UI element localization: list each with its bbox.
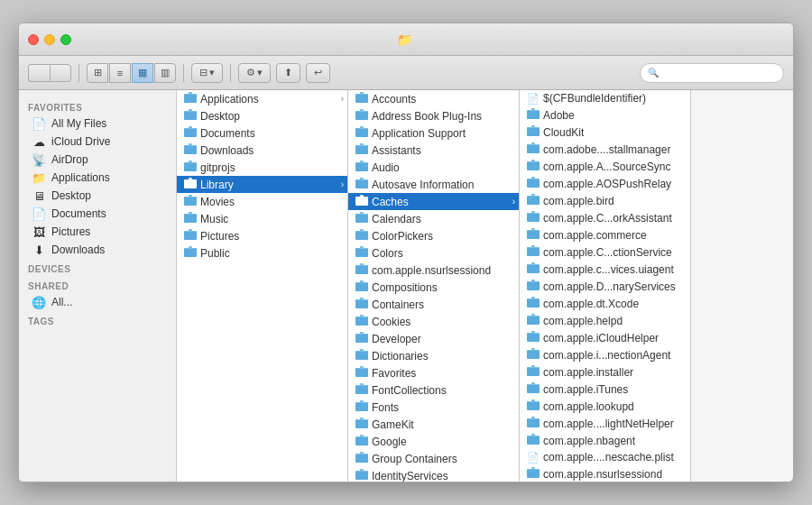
view-list-button[interactable]: ≡ (109, 63, 131, 83)
list-item[interactable]: Library› (177, 176, 347, 193)
list-item[interactable]: com.apple.C...orkAssistant (520, 209, 690, 226)
action-arrow: ▾ (257, 67, 263, 78)
list-item[interactable]: Assistants (348, 142, 519, 159)
list-item[interactable]: Desktop (177, 107, 347, 124)
folder-icon (184, 229, 197, 243)
list-item[interactable]: com.apple.nbagent (520, 432, 690, 449)
list-item[interactable]: Developer (348, 330, 519, 347)
list-item[interactable]: com.adobe....stallmanager (520, 141, 690, 158)
list-item[interactable]: Applications› (177, 90, 347, 107)
list-item[interactable]: Application Support (348, 124, 519, 142)
sidebar-item-pictures[interactable]: 🖼Pictures (23, 223, 172, 241)
list-item[interactable]: FontCollections (348, 381, 519, 399)
sidebar-item-applications[interactable]: 📁Applications (23, 169, 172, 187)
list-item[interactable]: Downloads (177, 142, 347, 159)
item-label: Audio (372, 161, 515, 174)
list-item[interactable]: Adobe (520, 106, 690, 124)
list-item[interactable]: Group Containers (348, 450, 519, 467)
view-cover-button[interactable]: ▥ (154, 63, 176, 83)
list-item[interactable]: Music (177, 210, 347, 227)
item-label: Caches (372, 196, 509, 208)
list-item[interactable]: com.apple.dt.Xcode (520, 295, 690, 312)
list-item[interactable]: Favorites (348, 364, 519, 381)
list-item[interactable]: 📄com.apple....nescache.plist (520, 449, 690, 465)
list-item[interactable]: com.apple.nsurlsessiond (348, 262, 519, 279)
list-item[interactable]: Movies (177, 193, 347, 210)
back-button[interactable] (28, 64, 50, 82)
svg-rect-39 (527, 213, 540, 222)
list-item[interactable]: Caches› (348, 193, 519, 210)
list-item[interactable]: Dictionaries (348, 347, 519, 364)
list-item[interactable]: ColorPickers (348, 227, 519, 244)
svg-rect-43 (527, 281, 540, 290)
list-item[interactable]: Autosave Information (348, 176, 519, 193)
share-button[interactable]: ⬆ (276, 63, 300, 83)
item-label: com.apple.iCloudHelper (543, 332, 687, 344)
folder-icon (527, 314, 540, 327)
sidebar-item-documents[interactable]: 📄Documents (23, 205, 172, 223)
list-item[interactable]: com.apple.i...nectionAgent (520, 346, 690, 363)
list-item[interactable]: Google (348, 433, 519, 450)
group-button[interactable]: ⊟ ▾ (191, 63, 223, 83)
svg-rect-42 (527, 264, 540, 273)
svg-rect-3 (184, 145, 197, 154)
action-button[interactable]: ⚙ ▾ (238, 63, 271, 83)
list-item[interactable]: Compositions (348, 279, 519, 296)
sidebar-item-airdrop[interactable]: 📡AirDrop (23, 151, 172, 169)
sidebar-item-icloud-drive[interactable]: ☁iCloud Drive (23, 133, 172, 151)
sidebar-item-all[interactable]: 🌐All... (23, 293, 172, 311)
view-icon-button[interactable]: ⊞ (87, 63, 108, 83)
svg-rect-45 (527, 316, 540, 325)
list-item[interactable]: com.apple.iTunes (520, 381, 690, 398)
folder-icon (527, 108, 540, 122)
folder-icon (184, 126, 197, 140)
list-item[interactable]: com.apple.iCloudHelper (520, 329, 690, 346)
search-box[interactable]: 🔍 (640, 63, 784, 83)
list-item[interactable]: Public (177, 244, 347, 262)
list-item[interactable]: com.apple....lightNetHelper (520, 415, 690, 432)
list-item[interactable]: com.apple.lookupd (520, 398, 690, 415)
list-item[interactable]: com.apple.c...vices.uiagent (520, 261, 690, 278)
view-column-button[interactable]: ▦ (132, 63, 153, 83)
list-item[interactable]: Fonts (348, 399, 519, 416)
list-item[interactable]: GameKit (348, 416, 519, 433)
svg-rect-41 (527, 247, 540, 256)
list-item[interactable]: com.apple.installer (520, 363, 690, 381)
list-item[interactable]: Containers (348, 296, 519, 313)
list-item[interactable]: Accounts (348, 90, 519, 107)
list-item[interactable]: Colors (348, 244, 519, 262)
list-item[interactable]: CloudKit (520, 124, 690, 141)
list-item[interactable]: Pictures (177, 227, 347, 244)
list-item[interactable]: 📄$(CFBundleIdentifier) (520, 90, 690, 106)
list-item[interactable]: com.apple.C...ctionService (520, 243, 690, 261)
list-item[interactable]: com.apple.nsurlsessiond (520, 465, 690, 482)
list-item[interactable]: com.apple.bird (520, 192, 690, 209)
maximize-button[interactable] (60, 34, 71, 45)
item-label: CloudKit (543, 126, 687, 139)
folder-icon (184, 246, 197, 260)
list-item[interactable]: com.apple.AOSPushRelay (520, 175, 690, 192)
sidebar-item-desktop[interactable]: 🖥Desktop (23, 187, 172, 205)
svg-rect-15 (355, 179, 368, 188)
list-item[interactable]: IdentityServices (348, 467, 519, 482)
list-item[interactable]: Address Book Plug-Ins (348, 107, 519, 124)
sidebar-item-downloads[interactable]: ⬇Downloads (23, 241, 172, 259)
toolbar: ⊞ ≡ ▦ ▥ ⊟ ▾ ⚙ ▾ ⬆ ↩ 🔍 (19, 56, 793, 90)
list-item[interactable]: gitprojs (177, 159, 347, 176)
list-item[interactable]: Cookies (348, 313, 519, 330)
list-item[interactable]: com.apple.A...SourceSync (520, 158, 690, 175)
list-item[interactable]: Documents (177, 124, 347, 142)
sidebar-item-all-my-files[interactable]: 📄All My Files (23, 115, 172, 133)
minimize-button[interactable] (44, 34, 55, 45)
list-item[interactable]: com.apple.D...naryServices (520, 278, 690, 295)
back-dir-button[interactable]: ↩ (306, 63, 330, 83)
close-button[interactable] (28, 34, 39, 45)
list-item[interactable]: com.apple.commerce (520, 226, 690, 243)
list-item[interactable]: com.apple.helpd (520, 312, 690, 329)
svg-rect-44 (527, 298, 540, 308)
svg-rect-51 (527, 418, 540, 427)
list-item[interactable]: Calendars (348, 210, 519, 227)
forward-button[interactable] (50, 64, 71, 82)
group-icon: ⊟ (199, 67, 208, 78)
list-item[interactable]: Audio (348, 159, 519, 176)
